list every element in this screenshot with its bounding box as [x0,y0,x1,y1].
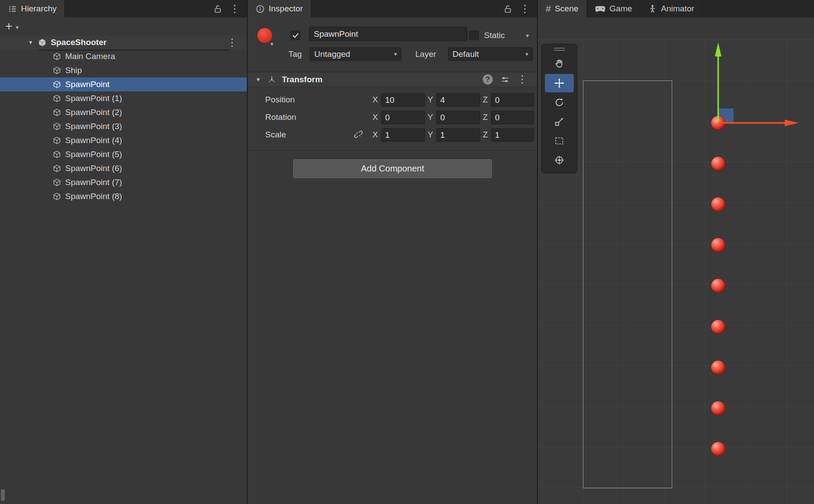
gameobject-cube-icon [53,94,61,103]
transform-component-body: Position X Y Z Rotation X Y Z Scale X Y … [248,87,537,150]
kebab-menu-icon[interactable]: ⋮ [230,4,240,14]
spawn-point-marker[interactable] [711,320,725,334]
hierarchy-item-spawnpoint-3[interactable]: SpawnPoint (3) [0,119,247,133]
pan-tool-button[interactable] [545,55,574,73]
chevron-down-icon: ▾ [525,51,528,57]
check-icon [292,33,299,38]
unlock-icon[interactable] [504,4,512,14]
tool-palette [541,44,577,173]
spawn-point-marker[interactable] [711,197,725,211]
hierarchy-item-spawnpoint-1[interactable]: SpawnPoint (1) [0,91,247,105]
scale-x-field[interactable] [381,128,425,142]
spawn-point-marker[interactable] [711,279,725,293]
gameobject-cube-icon [53,122,61,131]
spawn-point-marker[interactable] [711,116,725,130]
rotate-tool-button[interactable] [545,93,574,112]
kebab-menu-icon[interactable]: ⋮ [227,38,237,48]
hierarchy-item-spawnpoint-8[interactable]: SpawnPoint (8) [0,189,247,203]
layer-label: Layer [415,49,436,59]
grid-hash-icon: # [546,4,551,14]
hierarchy-item-spawnpoint-4[interactable]: SpawnPoint (4) [0,133,247,147]
scene-viewport[interactable] [538,37,814,504]
scale-z-field[interactable] [491,128,534,142]
hierarchy-item-ship[interactable]: Ship [0,63,247,77]
info-icon [256,4,265,14]
tab-animator[interactable]: Animator [640,0,702,18]
help-icon[interactable]: ? [483,74,493,84]
gameobject-cube-icon [53,66,61,75]
transform-icon [267,75,277,84]
tab-inspector-label: Inspector [269,4,303,14]
tab-scene[interactable]: # Scene [538,0,587,18]
position-x-field[interactable] [381,93,425,107]
tab-inspector[interactable]: Inspector [248,0,311,18]
axis-x-label: X [372,112,378,122]
gameobject-icon-button[interactable] [257,28,272,43]
layer-value: Default [453,49,479,59]
hierarchy-item-spawnpoint-7[interactable]: SpawnPoint (7) [0,175,247,189]
hierarchy-panel: Hierarchy ⋮ + ▾ ▾ ▼ SpaceShoote [0,0,248,504]
unlock-icon[interactable] [214,4,222,14]
hierarchy-item-spawnpoint-2[interactable]: SpawnPoint (2) [0,105,247,119]
icon-picker-dropdown-icon[interactable]: ▾ [270,41,274,47]
rotation-y-field[interactable] [436,111,480,124]
spawn-point-marker[interactable] [711,360,725,374]
link-off-icon[interactable] [354,130,363,139]
spawn-point-marker[interactable] [711,157,725,171]
scale-y-field[interactable] [436,128,480,142]
gameobject-cube-icon [53,150,61,159]
gameobject-cube-icon [53,136,61,145]
tab-hierarchy[interactable]: Hierarchy [0,0,65,18]
transform-tool-button[interactable] [545,151,574,169]
rotation-z-field[interactable] [491,111,534,124]
transform-component-header[interactable]: ▼ Transform ? ⋮ [248,72,537,87]
static-checkbox[interactable] [469,31,479,40]
hierarchy-toolbar: + ▾ ▾ [0,18,247,35]
animator-person-icon [648,4,657,13]
gamepad-icon [595,5,606,13]
axis-z-label: Z [483,130,488,140]
inspector-tabbar: Inspector ⋮ [248,0,537,18]
spawn-markers [538,37,814,504]
kebab-menu-icon[interactable]: ⋮ [520,4,530,14]
inspector-panel: Inspector ⋮ ▾ Static ▾ Tag Untagged ▾ La… [248,0,538,504]
create-object-button[interactable]: + [5,19,12,33]
spawn-point-marker[interactable] [711,238,725,252]
rotation-label: Rotation [265,112,296,122]
tab-game[interactable]: Game [587,0,641,18]
presets-icon[interactable] [501,75,509,84]
hierarchy-item-label: Ship [65,66,82,75]
hierarchy-item-spawnpoint-5[interactable]: SpawnPoint (5) [0,147,247,161]
foldout-arrow-icon[interactable]: ▼ [256,77,261,83]
hierarchy-item-spawnpoint-6[interactable]: SpawnPoint (6) [0,161,247,175]
hierarchy-item-main-camera[interactable]: Main Camera [0,49,247,63]
kebab-menu-icon[interactable]: ⋮ [517,74,527,84]
hierarchy-item-label: SpawnPoint (8) [65,192,122,201]
move-tool-button[interactable] [545,74,574,92]
hierarchy-item-label: SpawnPoint (5) [65,150,122,159]
rect-tool-button[interactable] [545,132,574,150]
scale-tool-button[interactable] [545,112,574,131]
position-y-field[interactable] [436,93,480,107]
palette-drag-handle[interactable] [542,44,577,54]
scrollbar-thumb[interactable] [1,489,5,501]
hierarchy-item-spaceshooter[interactable]: ▼ SpaceShooter ⋮ [0,35,247,49]
object-name-input[interactable] [309,27,467,41]
create-dropdown-icon[interactable]: ▾ [16,24,19,30]
spawn-point-marker[interactable] [711,401,725,415]
static-flags-dropdown-icon[interactable]: ▾ [526,33,529,38]
hierarchy-item-label: Main Camera [65,52,115,61]
axis-y-label: Y [428,130,433,140]
rotation-x-field[interactable] [381,111,425,124]
axis-y-label: Y [428,95,433,105]
active-checkbox[interactable] [291,31,300,40]
hierarchy-item-spawnpoint[interactable]: SpawnPoint [0,77,247,91]
foldout-arrow-icon[interactable]: ▼ [28,39,33,46]
layer-dropdown[interactable]: Default ▾ [448,47,533,61]
hierarchy-item-label: SpawnPoint (6) [65,164,122,173]
add-component-button[interactable]: Add Component [293,159,492,178]
chevron-down-icon: ▾ [394,51,397,57]
position-z-field[interactable] [491,93,534,107]
spawn-point-marker[interactable] [711,442,725,456]
tag-dropdown[interactable]: Untagged ▾ [310,47,401,61]
